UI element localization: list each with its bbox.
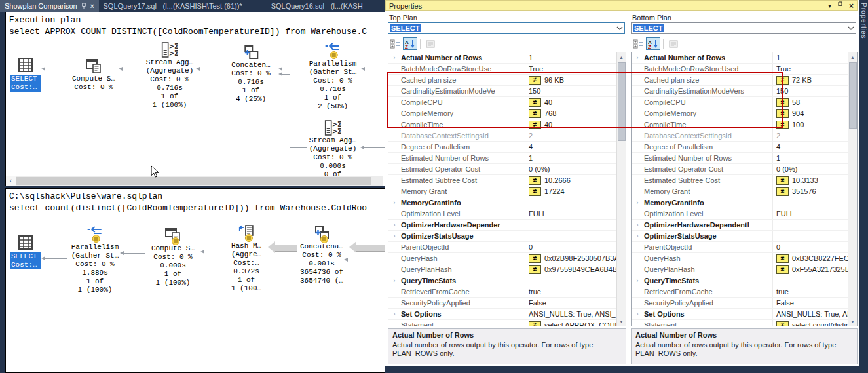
expand-arrow-icon[interactable]: › [632, 54, 643, 61]
property-row[interactable]: CardinalityEstimationModeVers150 [632, 86, 857, 97]
property-row[interactable]: ›Actual Number of Rows1 [632, 52, 857, 64]
property-row[interactable]: ›Set OptionsANSI_NULLS: True, ANSI_PADDI… [388, 309, 626, 320]
top-plan-title: Execution plan [6, 15, 385, 25]
close-icon[interactable]: × [849, 3, 854, 9]
horizontal-scrollbar[interactable]: ‹ [6, 176, 383, 186]
property-row[interactable]: CompileMemory≠904 [632, 108, 857, 119]
scroll-down-icon[interactable]: ▼ [848, 317, 857, 326]
expand-arrow-icon[interactable]: › [388, 222, 400, 228]
property-row[interactable]: ParentObjectId0 [632, 242, 857, 253]
property-row[interactable]: Memory Grant≠17224 [388, 186, 626, 197]
property-row[interactable]: ›MemoryGrantInfo [632, 197, 857, 208]
property-row[interactable]: Estimated Number of Rows1 [388, 153, 626, 164]
property-row[interactable]: CompileCPU≠58 [632, 97, 857, 108]
expand-arrow-icon[interactable]: › [632, 199, 643, 206]
property-row[interactable]: CardinalityEstimationModeVe150 [388, 86, 626, 97]
property-row[interactable]: QueryPlanHash≠0x97559B49CEA6B4B9 [388, 264, 626, 275]
expand-arrow-icon[interactable]: › [632, 233, 643, 239]
property-row[interactable]: Estimated Subtree Cost≠10.2666 [388, 175, 626, 186]
collapsed-properties-tab[interactable]: Properties [859, 0, 868, 373]
property-row[interactable]: Statement≠select APPROX_COUNT_DIS [388, 320, 626, 326]
top-plan-node-selector[interactable]: SELECT [388, 22, 625, 34]
property-row[interactable]: ›MemoryGrantInfo [388, 197, 626, 208]
property-row[interactable]: RetrievedFromCachetrue [632, 286, 857, 298]
tab-3[interactable]: SQLQuery16.sql - (l...(KASH [267, 0, 368, 12]
property-row[interactable]: QueryPlanHash≠0xF55A3217325B5EF2 [632, 264, 857, 275]
bottom-plan-node-selector[interactable]: SELECT [631, 22, 856, 34]
plan-node-concatenation[interactable]: Concaten…Cost: 0 %0.716s1 of4 (25%) [231, 44, 270, 104]
property-row[interactable]: CompileTime≠40 [388, 119, 626, 130]
expand-arrow-icon[interactable]: › [632, 277, 643, 284]
expand-arrow-icon[interactable]: › [632, 311, 643, 317]
expand-arrow-icon[interactable]: › [632, 222, 643, 228]
expand-arrow-icon[interactable]: › [388, 54, 400, 61]
property-row[interactable]: SecurityPolicyAppliedFalse [632, 298, 857, 309]
expand-arrow-icon[interactable]: › [388, 199, 400, 206]
property-row[interactable]: Optimization LevelFULL [388, 208, 626, 220]
property-row[interactable]: BatchModeOnRowStoreUseTrue [388, 64, 626, 75]
property-row[interactable]: ›QueryTimeStats [632, 275, 857, 286]
property-row[interactable]: Estimated Operator Cost0 (0%) [388, 164, 626, 175]
plan-node-stream-aggregate[interactable]: >Σ>ΣStream Agg…(Aggregate)Cost: 0 %0.000… [309, 119, 357, 179]
property-row[interactable]: CompileCPU≠40 [388, 97, 626, 108]
property-row[interactable]: CompileTime≠100 [632, 119, 857, 130]
property-row[interactable]: ›OptimizerStatsUsage [632, 231, 857, 242]
property-row[interactable]: ›Set OptionsANSI_NULLS: True, ANSI_PADDI… [632, 309, 857, 320]
property-row[interactable]: DatabaseContextSettingsId2 [388, 130, 626, 142]
expand-arrow-icon[interactable]: › [388, 277, 400, 284]
property-row[interactable]: RetrievedFromCachetrue [388, 286, 626, 298]
window-position-chevron-icon[interactable]: ▾ [828, 3, 831, 9]
property-row[interactable]: Optimization LevelFULL [632, 208, 857, 220]
property-row[interactable]: CompileMemory≠768 [388, 108, 626, 119]
categorized-icon[interactable] [631, 37, 645, 50]
categorized-icon[interactable] [388, 37, 402, 50]
plan-node-hash-match[interactable]: Hash M…(Aggre…Cost:…0.372s1 of1 (100… [231, 225, 261, 293]
property-row[interactable]: Estimated Operator Cost0 (0%) [632, 164, 857, 175]
property-row[interactable]: QueryHash≠0xB3CB8227FECBE578 [632, 253, 857, 264]
vertical-scrollbar[interactable]: ▲ ▼ [848, 52, 857, 326]
scroll-down-icon[interactable]: ▼ [617, 317, 626, 326]
property-row[interactable]: SecurityPolicyAppliedFalse [388, 298, 626, 309]
property-row[interactable]: Cached plan size≠96 KB [388, 75, 626, 86]
plan-node-compute-scalar[interactable]: Compute S…Cost: 0 % [72, 58, 115, 92]
scrollbar-thumb[interactable] [16, 177, 371, 185]
property-row[interactable]: Estimated Subtree Cost≠10.3133 [632, 175, 857, 186]
alphabetical-sort-icon[interactable]: AZ [403, 37, 417, 50]
pin-icon[interactable] [81, 3, 86, 9]
scroll-up-icon[interactable]: ▲ [617, 52, 626, 62]
scrollbar-thumb[interactable] [849, 62, 857, 129]
pin-icon[interactable] [837, 1, 843, 10]
property-row[interactable]: ›OptimizerHardwareDependentl [632, 220, 857, 231]
plan-node-parallelism[interactable]: Parallelism(Gather St…Cost: 0 %1.889s1 o… [71, 226, 119, 294]
property-row[interactable]: QueryHash≠0x02B98F2530507B3A [388, 253, 626, 264]
plan-node-stream-aggregate[interactable]: >Σ>ΣStream Agg…(Aggregate)Cost: 0 %0.716… [146, 41, 194, 109]
vertical-scrollbar[interactable]: ▲ ▼ [616, 52, 626, 326]
property-row[interactable]: Memory Grant≠351576 [632, 186, 857, 197]
property-row[interactable]: ›Actual Number of Rows1 [388, 52, 626, 64]
property-row[interactable]: BatchModeOnRowStoreUsedTrue [632, 64, 857, 75]
property-row[interactable]: ›OptimizerStatsUsage [388, 231, 626, 242]
close-icon[interactable]: × [90, 3, 94, 10]
property-row[interactable]: ›OptimizerHardwareDepender [388, 220, 626, 231]
tab-1[interactable]: Showplan Comparison× [0, 0, 99, 12]
property-row[interactable]: Degree of Parallelism4 [632, 142, 857, 153]
plan-node-concatenation-parallel[interactable]: Concatena…Cost: 0 %0.001s3654736 of36547… [300, 226, 343, 285]
scroll-up-icon[interactable]: ▲ [848, 52, 857, 62]
property-row[interactable]: Cached plan size≠72 KB [632, 75, 857, 86]
tab-2[interactable]: SQLQuery17.sql - (l...(KASHISH\Test (61)… [99, 0, 247, 12]
property-row[interactable]: DatabaseContextSettingsId2 [632, 130, 857, 142]
plan-node-select[interactable]: SELECTCost:… [10, 56, 41, 92]
expand-arrow-icon[interactable]: › [388, 233, 400, 239]
plan-node-compute-scalar-parallel[interactable]: Compute S…Cost: 0 %0.000s1 of1 (100%) [151, 227, 195, 287]
expand-arrow-icon[interactable]: › [388, 311, 400, 317]
scrollbar-thumb[interactable] [618, 62, 626, 141]
plan-node-parallelism[interactable]: Parallelism(Gather St…Cost: 0 %0.716s1 o… [309, 43, 357, 111]
property-row[interactable]: Estimated Number of Rows1 [632, 153, 857, 164]
property-row[interactable]: Statement≠select count(distinct([ColdRoo… [632, 320, 857, 326]
scroll-left-button[interactable]: ‹ [6, 176, 16, 186]
property-row[interactable]: ›QueryTimeStats [388, 275, 626, 286]
property-row[interactable]: Degree of Parallelism4 [388, 142, 626, 153]
alphabetical-sort-icon[interactable]: AZ [646, 37, 660, 50]
property-row[interactable]: ParentObjectId0 [388, 242, 626, 253]
plan-node-select[interactable]: SELECTCost:… [10, 234, 41, 269]
